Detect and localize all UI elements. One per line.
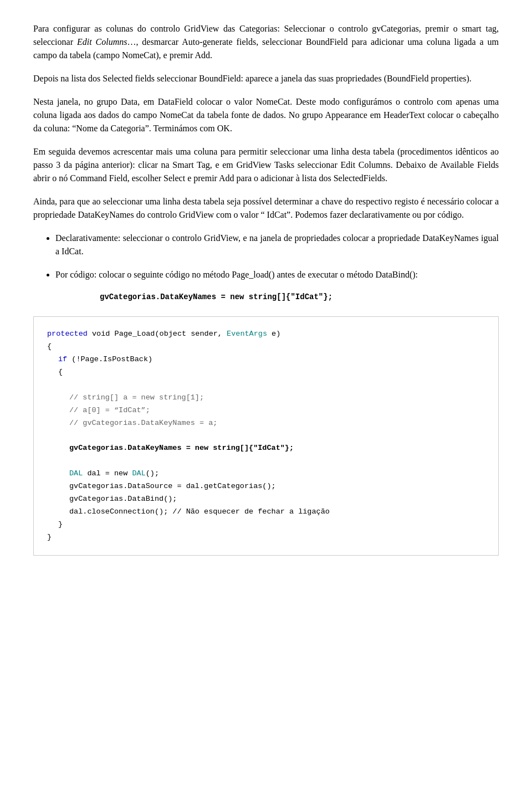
code-line-blank3 [47, 455, 485, 468]
code-datakeys: gvCategorias.DataKeyNames = new string[]… [47, 442, 485, 455]
code-line-blank1 [47, 379, 485, 392]
paragraph-3: Nesta janela, no grupo Data, em DataFiel… [33, 95, 499, 135]
code-line-close-if: } [47, 519, 485, 531]
bullet-list: Declarativamente: seleccionar o controlo… [55, 232, 499, 303]
paragraph-2: Depois na lista dos Selected fields sele… [33, 72, 499, 85]
paragraph-5: Ainda, para que ao seleccionar uma linha… [33, 195, 499, 222]
code-line-close-method: } [47, 531, 485, 544]
code-inline: gvCategorias.DataKeyNames = new string[]… [100, 291, 499, 303]
p4-text: Em seguida devemos acrescentar mais uma … [33, 147, 499, 183]
code-line-4: { [47, 366, 485, 379]
paragraph-4: Em seguida devemos acrescentar mais uma … [33, 145, 499, 185]
keyword-if: if [58, 355, 67, 363]
code-line-datasource: gvCategorias.DataSource = dal.getCategor… [47, 480, 485, 493]
code-block: protected void Page_Load(object sender, … [33, 316, 499, 556]
code-comment-1: // string[] a = new string[1]; [47, 392, 485, 404]
type-eventargs: EventArgs [227, 330, 267, 338]
type-dal-2: DAL [132, 469, 145, 478]
p3-text: Nesta janela, no grupo Data, em DataFiel… [33, 97, 499, 133]
code-comment-3: // gvCategorias.DataKeyNames = a; [47, 417, 485, 430]
keyword-protected: protected [47, 330, 88, 338]
main-content: Para configurar as colunas do controlo G… [33, 22, 499, 556]
code-ispostback: (!Page.IsPostBack) [67, 355, 152, 363]
code-line-databind: gvCategorias.DataBind(); [47, 493, 485, 506]
paragraph-1: Para configurar as colunas do controlo G… [33, 22, 499, 62]
code-line-2: { [47, 341, 485, 353]
type-dal-1: DAL [69, 469, 83, 478]
code-line-3: if (!Page.IsPostBack) [47, 353, 485, 366]
code-line-dal: DAL dal = new DAL(); [47, 468, 485, 480]
code-line-closeconn: dal.closeConnection(); // Não esquecer d… [47, 506, 485, 519]
code-dal-rest: dal = new [83, 469, 132, 478]
code-line-blank2 [47, 430, 485, 443]
p2-text: Depois na lista dos Selected fields sele… [33, 74, 472, 83]
bullet2-text: Por código: colocar o seguinte código no… [55, 270, 418, 279]
code-void: void Page_Load(object sender, [88, 330, 227, 338]
code-comment-2: // a[0] = “IdCat”; [47, 404, 485, 417]
bullet1-text: Declarativamente: seleccionar o controlo… [55, 233, 499, 256]
code-line-1: protected void Page_Load(object sender, … [47, 328, 485, 341]
p5-text: Ainda, para que ao seleccionar uma linha… [33, 197, 499, 219]
p1-italic: Edit Columns [77, 37, 127, 47]
code-dal-end: (); [146, 469, 159, 478]
bullet-item-1: Declarativamente: seleccionar o controlo… [55, 232, 499, 258]
code-param-end: e) [267, 330, 280, 338]
bullet-item-2: Por código: colocar o seguinte código no… [55, 268, 499, 303]
